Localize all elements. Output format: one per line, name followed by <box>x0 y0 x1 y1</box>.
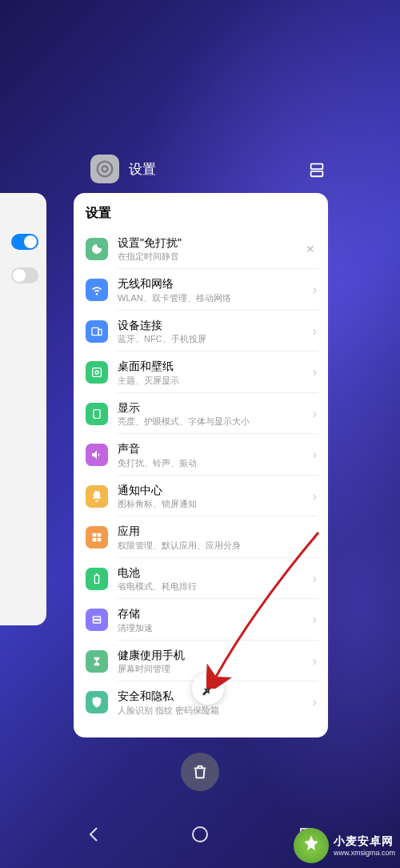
close-icon[interactable]: ✕ <box>301 243 320 255</box>
wifi-icon <box>86 279 108 301</box>
svg-rect-2 <box>311 164 323 169</box>
shield-icon <box>86 691 108 713</box>
chevron-right-icon: › <box>310 365 320 380</box>
layout-toggle-button[interactable] <box>306 159 328 181</box>
watermark-title: 小麦安卓网 <box>334 834 394 849</box>
settings-row-wallpaper[interactable]: 桌面和壁纸主题、灭屏显示 › <box>74 352 328 392</box>
svg-point-7 <box>95 371 98 374</box>
watermark: 小麦安卓网 www.xmsigma.com <box>294 828 395 863</box>
bell-icon <box>86 485 108 508</box>
svg-rect-9 <box>93 533 97 537</box>
devices-icon <box>86 320 108 343</box>
chevron-right-icon: › <box>310 572 320 586</box>
battery-icon <box>86 568 108 590</box>
svg-point-17 <box>193 827 207 842</box>
recent-app-label: 设置 <box>90 155 156 183</box>
settings-row-storage[interactable]: 存储清理加速 › <box>74 599 328 640</box>
pin-icon <box>200 681 216 697</box>
settings-row-notifications[interactable]: 通知中心图标角标、锁屏通知 › <box>74 476 328 516</box>
svg-rect-5 <box>98 329 102 335</box>
watermark-logo <box>294 828 329 863</box>
settings-row-network[interactable]: 无线和网络WLAN、双卡管理、移动网络 › <box>74 269 328 310</box>
nav-home-button[interactable] <box>190 825 210 844</box>
svg-rect-15 <box>93 617 100 619</box>
desktop-icon <box>86 361 108 384</box>
chevron-right-icon: › <box>310 283 320 297</box>
trash-icon <box>191 763 209 781</box>
svg-rect-16 <box>93 621 100 623</box>
svg-point-1 <box>102 167 108 172</box>
app-name: 设置 <box>129 160 156 179</box>
settings-row-devices[interactable]: 设备连接蓝牙、NFC、手机投屏 › <box>74 311 328 352</box>
storage-icon <box>86 609 108 631</box>
chevron-right-icon: › <box>310 695 320 709</box>
settings-row-display[interactable]: 显示亮度、护眼模式、字体与显示大小 › <box>74 393 328 434</box>
sound-icon <box>86 444 108 466</box>
chevron-right-icon: › <box>310 407 320 421</box>
svg-rect-8 <box>94 409 100 418</box>
svg-rect-10 <box>98 533 102 537</box>
recent-card-settings[interactable]: 设置 设置"免打扰"在指定时间静音 ✕ 无线和网络WLAN、双卡管理、移动网络 … <box>74 193 328 737</box>
settings-row-sound[interactable]: 声音免打扰、铃声、振动 › <box>74 434 328 475</box>
settings-row-dnd[interactable]: 设置"免打扰"在指定时间静音 ✕ <box>74 228 328 269</box>
chevron-right-icon: › <box>310 324 320 339</box>
svg-rect-11 <box>93 538 97 542</box>
card-title: 设置 <box>74 203 328 228</box>
watermark-url: www.xmsigma.com <box>334 849 395 857</box>
chevron-right-icon: › <box>310 654 320 669</box>
display-icon <box>86 403 108 425</box>
chevron-right-icon: › <box>310 448 320 462</box>
svg-rect-13 <box>94 575 98 583</box>
svg-rect-12 <box>98 538 102 542</box>
pin-app-button[interactable] <box>192 673 224 705</box>
svg-rect-6 <box>93 368 102 377</box>
svg-rect-4 <box>92 328 98 335</box>
settings-row-battery[interactable]: 电池省电模式、耗电排行 › <box>74 558 328 599</box>
settings-row-apps[interactable]: 应用权限管理、默认应用、应用分身 › <box>74 516 328 557</box>
chevron-right-icon: › <box>310 530 320 545</box>
toggle-on[interactable] <box>11 234 38 250</box>
apps-icon <box>86 526 108 549</box>
nav-back-button[interactable] <box>84 825 103 844</box>
svg-point-0 <box>98 162 113 177</box>
toggle-off[interactable] <box>11 267 38 283</box>
hourglass-icon <box>86 650 108 673</box>
svg-rect-3 <box>311 171 323 176</box>
recent-card-previous[interactable] <box>0 193 46 625</box>
settings-app-icon <box>90 155 119 183</box>
chevron-right-icon: › <box>310 489 320 504</box>
chevron-right-icon: › <box>310 613 320 627</box>
clear-all-button[interactable] <box>181 753 219 791</box>
moon-icon <box>86 238 108 260</box>
